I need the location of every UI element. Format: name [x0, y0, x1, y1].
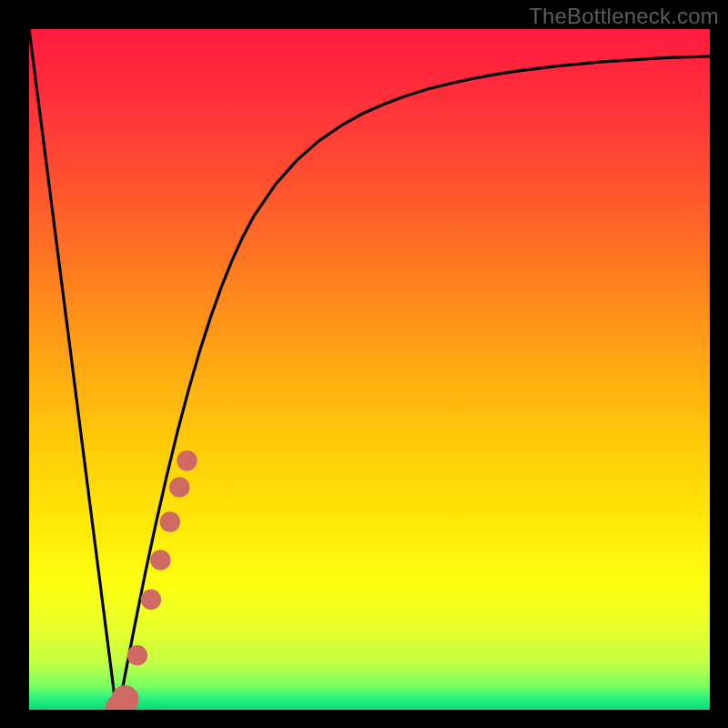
watermark-text: TheBottleneck.com: [529, 4, 719, 29]
gradient-background: [29, 29, 710, 710]
chart-container: TheBottleneck.com: [0, 0, 728, 728]
marker-point-5: [160, 511, 180, 531]
plot-area: [29, 29, 710, 710]
marker-point-3: [141, 590, 161, 610]
marker-point-4: [150, 550, 170, 570]
chart-svg: [29, 29, 710, 710]
marker-point-7: [177, 450, 197, 470]
marker-point-6: [169, 477, 189, 497]
marker-point-2: [127, 645, 147, 665]
